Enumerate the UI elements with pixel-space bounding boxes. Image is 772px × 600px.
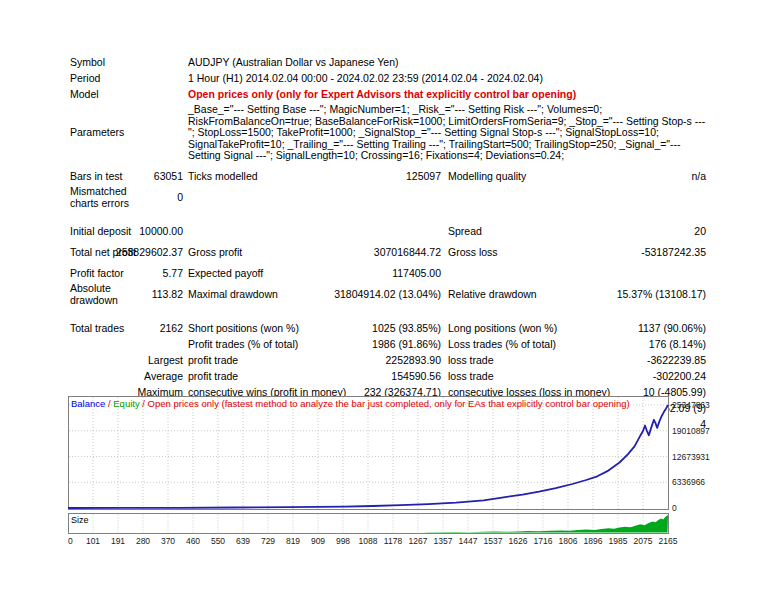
- report-body: SymbolAUDJPY (Australian Dollar vs Japan…: [70, 54, 706, 433]
- main-pane: [69, 397, 669, 510]
- stat-value: 1986 (91.86%): [379, 339, 441, 351]
- stat-label: Mismatched charts errors: [70, 186, 136, 209]
- stat-value: 117405.00: [379, 268, 441, 280]
- x-axis-tick: 998: [336, 536, 350, 546]
- info-value: _Base_="--- Setting Base ---"; MagicNumb…: [188, 102, 706, 162]
- stat-value: Largest: [136, 355, 183, 367]
- stat-label: Long positions (won %): [441, 323, 619, 335]
- x-axis-tick: 1716: [534, 536, 553, 546]
- x-axis-tick: 191: [111, 536, 125, 546]
- stat-value: 15.37% (13108.17): [619, 289, 706, 301]
- stat-label: Short positions (won %): [183, 323, 379, 335]
- stat-label: Profit factor: [70, 268, 136, 280]
- stat-label: Expected payoff: [183, 268, 379, 280]
- stat-value: 176 (8.14%): [619, 339, 706, 351]
- info-table: SymbolAUDJPY (Australian Dollar vs Japan…: [70, 54, 706, 162]
- x-axis-tick: 1537: [484, 536, 503, 546]
- x-axis-tick: 2075: [634, 536, 653, 546]
- stat-value: 31804914.02 (13.04%): [379, 289, 441, 301]
- stat-label: Ticks modelled: [183, 171, 379, 183]
- stat-value: 10000.00: [136, 226, 183, 238]
- y-axis-tick: 19010897: [672, 426, 710, 436]
- stat-label: Bars in test: [70, 171, 136, 183]
- stats-row: Profit factor5.77Expected payoff117405.0…: [70, 266, 706, 282]
- x-axis-tick: 1357: [434, 536, 453, 546]
- x-axis-tick: 1896: [584, 536, 603, 546]
- x-axis-tick: 1447: [459, 536, 478, 546]
- stats-row: Initial deposit10000.00Spread20: [70, 224, 706, 240]
- stat-value: 307016844.72: [379, 247, 441, 259]
- info-label: Parameters: [70, 124, 188, 140]
- info-value: AUDJPY (Australian Dollar vs Japanese Ye…: [188, 54, 706, 70]
- y-axis-tick: 6336966: [672, 477, 705, 487]
- stat-value: 1025 (93.85%): [379, 323, 441, 335]
- x-axis-tick: 0: [68, 536, 73, 546]
- stat-value: 63051: [136, 171, 183, 183]
- tester-chart: 2534786319010897126739316336966001011912…: [68, 396, 772, 548]
- x-axis-tick: 460: [186, 536, 200, 546]
- x-axis-tick: 1088: [359, 536, 378, 546]
- stat-label: Profit trades (% of total): [183, 339, 379, 351]
- stat-label: profit trade: [183, 355, 379, 367]
- stats-row: Total net profit253829602.37Gross profit…: [70, 240, 706, 266]
- stat-value: -53187242.35: [619, 247, 706, 259]
- stat-label: profit trade: [183, 371, 379, 383]
- info-value: 1 Hour (H1) 2014.02.04 00:00 - 2024.02.0…: [188, 70, 706, 86]
- x-axis-tick: 729: [261, 536, 275, 546]
- stat-label: Spread: [441, 226, 619, 238]
- stat-label: Absolute drawdown: [70, 283, 136, 306]
- stats-row: Total trades2162Short positions (won %)1…: [70, 321, 706, 337]
- chart-legend: Balance / Equity / Open prices only (fas…: [71, 398, 630, 409]
- stat-value: -3622239.85: [619, 355, 706, 367]
- stat-value: 1137 (90.06%): [619, 323, 706, 335]
- x-axis-tick: 639: [236, 536, 250, 546]
- x-axis-tick: 1626: [509, 536, 528, 546]
- stat-value: 5.77: [136, 268, 183, 280]
- info-row-parameters: Parameters_Base_="--- Setting Base ---";…: [70, 102, 706, 162]
- info-label: Symbol: [70, 54, 188, 70]
- stat-value: 20: [619, 226, 706, 238]
- stats-row: Mismatched charts errors0: [70, 185, 706, 211]
- stat-value: 113.82: [136, 289, 183, 301]
- size-pane-label: Size: [71, 515, 89, 525]
- y-axis-tick: 0: [672, 503, 677, 513]
- info-label: Model: [70, 86, 188, 102]
- x-axis-tick: 101: [86, 536, 100, 546]
- x-axis-tick: 280: [136, 536, 150, 546]
- stat-label: Relative drawdown: [441, 289, 619, 301]
- stat-value: 2162: [136, 323, 183, 335]
- x-axis-tick: 909: [311, 536, 325, 546]
- stats-row: Profit trades (% of total)1986 (91.86%)L…: [70, 337, 706, 353]
- x-axis-tick: 1806: [559, 536, 578, 546]
- stats-row: Absolute drawdown113.82Maximal drawdown3…: [70, 282, 706, 308]
- x-axis-tick: 550: [211, 536, 225, 546]
- x-axis-tick: 370: [161, 536, 175, 546]
- info-row-period: Period1 Hour (H1) 2014.02.04 00:00 - 202…: [70, 70, 706, 86]
- stat-value: 253829602.37: [136, 247, 183, 259]
- info-value: Open prices only (only for Expert Adviso…: [188, 86, 706, 102]
- stat-label: Gross profit: [183, 247, 379, 259]
- stats-row: Bars in test63051Ticks modelled125097Mod…: [70, 169, 706, 185]
- x-axis-tick: 1985: [609, 536, 628, 546]
- y-axis-tick: 12673931: [672, 452, 710, 462]
- tester-report-page: { "report": { "info_rows": [ {"label": "…: [0, 0, 772, 600]
- stat-label: Gross loss: [441, 247, 619, 259]
- stats-table: Bars in test63051Ticks modelled125097Mod…: [70, 169, 706, 433]
- x-axis-tick: 819: [286, 536, 300, 546]
- stat-label: Initial deposit: [70, 226, 136, 238]
- stat-value: 154590.56: [379, 371, 441, 383]
- stat-label: Loss trades (% of total): [441, 339, 619, 351]
- stat-value: n/a: [619, 171, 706, 183]
- info-row-symbol: SymbolAUDJPY (Australian Dollar vs Japan…: [70, 54, 706, 70]
- stat-value: -302200.24: [619, 371, 706, 383]
- stats-row: Largestprofit trade2252893.90loss trade-…: [70, 353, 706, 369]
- info-row-model: ModelOpen prices only (only for Expert A…: [70, 86, 706, 102]
- x-axis-tick: 1178: [384, 536, 403, 546]
- row-spacer: [70, 211, 706, 224]
- row-spacer: [70, 308, 706, 321]
- stat-label: Modelling quality: [441, 171, 619, 183]
- stat-label: Total trades: [70, 323, 136, 335]
- stat-value: 125097: [379, 171, 441, 183]
- stat-label: loss trade: [441, 355, 619, 367]
- stat-value: 2252893.90: [379, 355, 441, 367]
